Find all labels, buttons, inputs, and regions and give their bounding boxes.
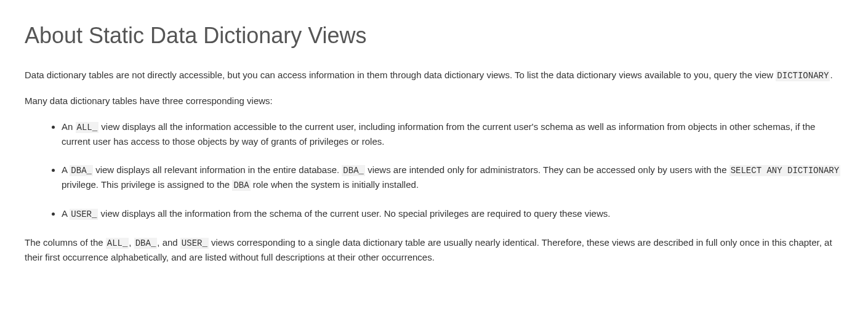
views-intro: Many data dictionary tables have three c… <box>25 94 843 108</box>
code-all: ALL_ <box>76 122 99 133</box>
text: view displays all relevant information i… <box>93 164 342 175</box>
text: A <box>62 164 70 175</box>
text: Data dictionary tables are not directly … <box>25 70 776 80</box>
text: , <box>129 237 134 248</box>
code-dba: DBA_ <box>70 165 93 176</box>
list-item: A DBA_ view displays all relevant inform… <box>62 163 843 193</box>
code-dictionary: DICTIONARY <box>776 70 830 81</box>
list-item: A USER_ view displays all the informatio… <box>62 206 843 222</box>
text: A <box>62 208 70 219</box>
code-all: ALL_ <box>106 238 129 249</box>
code-user: USER_ <box>70 209 98 220</box>
closing-paragraph: The columns of the ALL_, DBA_, and USER_… <box>25 235 843 265</box>
text: view displays all the information access… <box>62 121 815 147</box>
code-dba: DBA_ <box>134 238 158 249</box>
code-user: USER_ <box>180 238 209 249</box>
text: The columns of the <box>25 237 106 248</box>
intro-paragraph: Data dictionary tables are not directly … <box>25 68 843 83</box>
text: , and <box>157 237 180 248</box>
code-dba-role: DBA <box>232 180 250 191</box>
list-item: An ALL_ view displays all the informatio… <box>62 119 843 149</box>
text: privilege. This privilege is assigned to… <box>62 179 232 190</box>
code-select-any-dictionary: SELECT ANY DICTIONARY <box>729 165 840 176</box>
views-list: An ALL_ view displays all the informatio… <box>25 119 843 222</box>
text: role when the system is initially instal… <box>251 179 419 190</box>
page-title: About Static Data Dictionary Views <box>25 18 843 53</box>
text: views are intended only for administrato… <box>365 164 729 175</box>
code-dba: DBA_ <box>342 165 365 176</box>
text: . <box>830 70 832 80</box>
text: view displays all the information from t… <box>98 208 610 219</box>
text: An <box>62 121 76 132</box>
